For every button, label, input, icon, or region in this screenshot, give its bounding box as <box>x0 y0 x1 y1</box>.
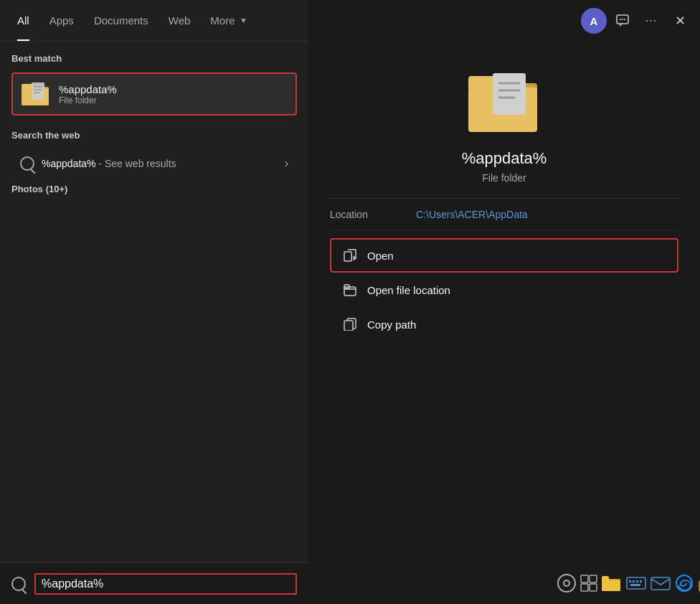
svg-rect-23 <box>581 575 588 582</box>
file-explorer-icon <box>602 575 622 592</box>
photos-label: Photos (10+) <box>11 178 297 197</box>
action-list: Open Open file location <box>330 238 678 341</box>
tab-documents[interactable]: Documents <box>84 0 159 41</box>
svg-rect-22 <box>344 321 353 331</box>
search-input[interactable] <box>42 577 290 590</box>
taskbar-file-explorer[interactable] <box>602 567 622 599</box>
taskbar <box>617 562 700 604</box>
svg-rect-14 <box>493 73 526 115</box>
detail-title: %appdata% <box>462 149 547 168</box>
detail-subtitle: File folder <box>482 172 526 184</box>
svg-rect-18 <box>344 252 351 261</box>
svg-rect-36 <box>651 577 670 590</box>
keyboard-icon <box>626 575 646 592</box>
search-bar <box>0 562 308 604</box>
svg-rect-3 <box>32 82 44 100</box>
svg-rect-25 <box>581 584 588 591</box>
web-search-item[interactable]: %appdata% - See web results › <box>11 149 297 178</box>
mail-icon <box>651 575 671 592</box>
taskbar-cortana[interactable] <box>557 567 576 599</box>
web-search-label: Search the web <box>11 127 297 143</box>
match-title: %appdata% <box>59 83 117 95</box>
action-copy-path-label: Copy path <box>367 318 416 331</box>
detail-top-bar: A ··· ✕ <box>308 0 700 42</box>
search-panel: All Apps Documents Web More ▼ Best match <box>0 0 308 604</box>
svg-rect-34 <box>640 580 642 582</box>
action-open[interactable]: Open <box>330 238 678 273</box>
svg-rect-24 <box>590 575 597 582</box>
folder-icon-small <box>22 81 50 107</box>
tab-more[interactable]: More ▼ <box>200 0 257 41</box>
tab-all[interactable]: All <box>7 0 39 41</box>
action-open-file-location-label: Open file location <box>367 284 450 296</box>
more-options-button[interactable]: ··· <box>638 8 664 34</box>
web-search-text: %appdata% - See web results <box>42 158 176 169</box>
taskbar-task-view[interactable] <box>580 567 597 599</box>
location-label: Location <box>330 209 416 220</box>
svg-point-10 <box>624 19 625 20</box>
location-row: Location C:\Users\ACER\AppData <box>330 199 678 231</box>
action-copy-path[interactable]: Copy path <box>330 307 678 341</box>
location-value[interactable]: C:\Users\ACER\AppData <box>416 209 528 220</box>
close-button[interactable]: ✕ <box>667 8 693 34</box>
svg-rect-31 <box>629 580 631 582</box>
match-subtitle: File folder <box>59 95 117 105</box>
svg-rect-30 <box>627 577 645 589</box>
svg-rect-26 <box>590 584 597 591</box>
taskbar-keyboard[interactable] <box>626 567 646 599</box>
edge-icon <box>675 574 694 593</box>
search-web-icon <box>20 156 34 171</box>
open-file-location-icon <box>343 283 357 297</box>
feedback-button[interactable] <box>610 8 635 34</box>
svg-point-8 <box>620 19 621 20</box>
taskbar-edge[interactable] <box>675 567 694 599</box>
svg-rect-29 <box>602 580 620 591</box>
svg-rect-12 <box>468 76 496 89</box>
tab-web[interactable]: Web <box>159 0 201 41</box>
svg-point-9 <box>622 19 623 20</box>
chevron-down-icon: ▼ <box>240 16 247 24</box>
chevron-right-icon: › <box>285 157 288 170</box>
taskbar-mail[interactable] <box>651 567 671 599</box>
task-view-icon <box>580 575 597 592</box>
copy-path-icon <box>343 317 357 331</box>
best-match-item[interactable]: %appdata% File folder <box>11 72 297 115</box>
detail-content: %appdata% File folder Location C:\Users\… <box>308 42 700 604</box>
folder-icon-large <box>468 70 540 135</box>
best-match-label: Best match <box>11 50 297 67</box>
search-bar-icon <box>11 577 26 591</box>
avatar-button[interactable]: A <box>581 8 607 34</box>
search-input-box[interactable] <box>34 573 297 595</box>
open-icon <box>343 248 357 263</box>
match-info: %appdata% File folder <box>59 83 117 105</box>
detail-panel: A ··· ✕ <box>308 0 700 604</box>
web-search-left: %appdata% - See web results <box>20 156 176 171</box>
cortana-circle-icon <box>557 574 576 593</box>
svg-rect-33 <box>636 580 638 582</box>
tab-bar: All Apps Documents Web More ▼ <box>0 0 308 42</box>
search-results: Best match %appdata% <box>0 42 308 562</box>
action-open-file-location[interactable]: Open file location <box>330 273 678 307</box>
action-open-label: Open <box>367 250 394 262</box>
svg-rect-32 <box>633 580 635 582</box>
tab-apps[interactable]: Apps <box>39 0 84 41</box>
svg-rect-35 <box>630 584 640 586</box>
